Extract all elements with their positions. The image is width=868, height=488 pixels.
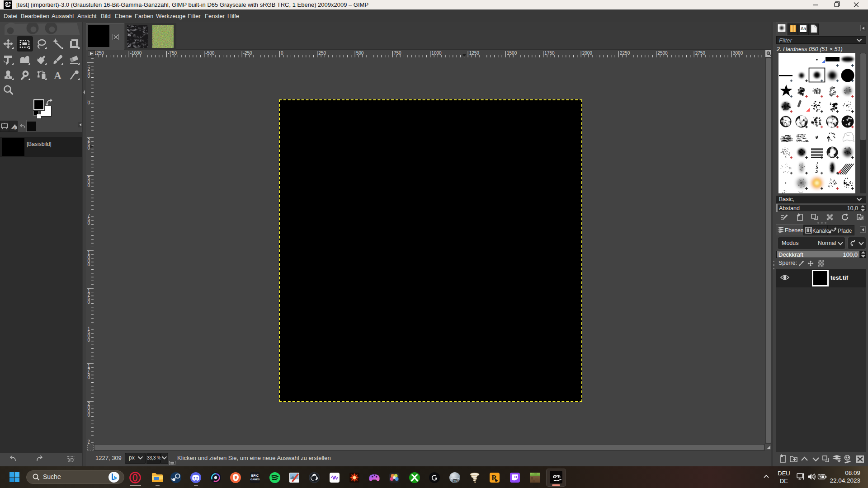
svg-text:0: 0	[88, 183, 90, 188]
svg-text:1000: 1000	[431, 51, 442, 56]
svg-text:2250: 2250	[620, 51, 630, 56]
svg-text:0: 0	[88, 262, 90, 267]
svg-text:2: 2	[88, 443, 90, 444]
svg-text:750: 750	[394, 51, 401, 56]
svg-text:PRO: PRO	[453, 479, 458, 482]
svg-text:0: 0	[88, 300, 90, 305]
svg-text:EPIC: EPIC	[251, 474, 259, 477]
svg-text:1750: 1750	[544, 51, 555, 56]
svg-text:250: 250	[318, 51, 326, 56]
svg-text:-750: -750	[168, 51, 177, 56]
svg-text:1500: 1500	[507, 51, 517, 56]
svg-text:3000: 3000	[733, 51, 743, 56]
svg-text:0: 0	[88, 375, 90, 380]
svg-text:-1000: -1000	[130, 51, 142, 56]
svg-text:0: 0	[281, 51, 283, 56]
svg-text:-1250: -1250	[95, 51, 104, 56]
svg-text:0: 0	[88, 221, 90, 225]
svg-text:2000: 2000	[582, 51, 593, 56]
svg-text:2500: 2500	[657, 51, 668, 56]
svg-text:2750: 2750	[695, 51, 706, 56]
svg-text:0: 0	[88, 74, 90, 79]
svg-text:-500: -500	[205, 51, 214, 56]
svg-text:i: i	[14, 126, 15, 130]
svg-text:0: 0	[88, 100, 90, 105]
svg-text:-250: -250	[243, 51, 252, 56]
svg-text:A: A	[54, 70, 61, 81]
svg-text:500: 500	[356, 51, 364, 56]
svg-text:0: 0	[88, 338, 90, 343]
svg-text:0: 0	[88, 413, 90, 418]
svg-text:GAMES: GAMES	[250, 478, 260, 481]
svg-text:1250: 1250	[469, 51, 480, 56]
svg-text:0: 0	[88, 145, 90, 150]
